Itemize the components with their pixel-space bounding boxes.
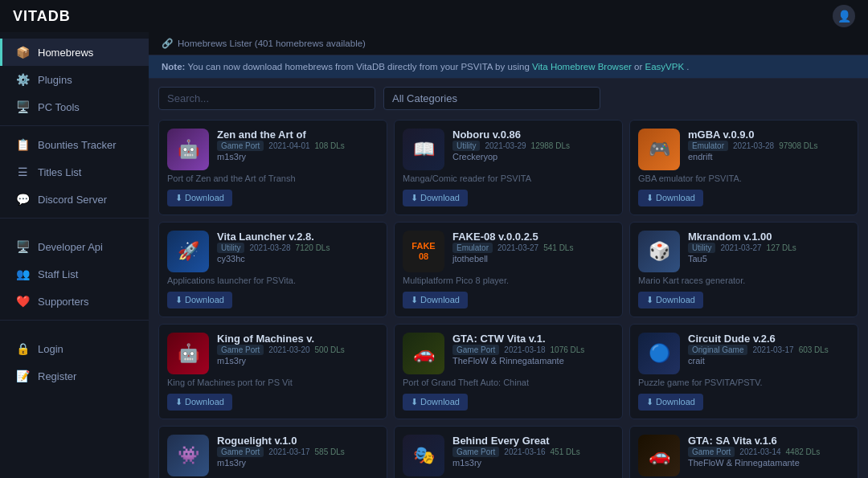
- card-5[interactable]: FAKE 08 FAKE-08 v.0.0.2.5 Emulator 2021-…: [394, 222, 623, 317]
- card-download-button[interactable]: ⬇ Download: [403, 292, 468, 308]
- card-category: Utility: [688, 243, 715, 253]
- top-bar-right: 👤: [833, 5, 855, 27]
- card-dls: 97908 DLs: [779, 141, 817, 150]
- card-author: Creckeryop: [452, 152, 614, 161]
- card-title: Circuit Dude v.2.6: [688, 333, 850, 345]
- card-info: Roguelight v.1.0 Game Port 2021-03-17 58…: [217, 435, 379, 468]
- sidebar-item-login[interactable]: 🔒 Login: [0, 335, 149, 362]
- card-author: m1s3ry: [217, 152, 379, 161]
- card-author: TheFloW & Rinnegatamante: [688, 458, 850, 468]
- vita-homebrew-browser-link[interactable]: Vita Homebrew Browser: [532, 62, 632, 71]
- card-info: Zen and the Art of Game Port 2021-04-01 …: [217, 129, 379, 161]
- card-3[interactable]: 🎮 mGBA v.0.9.0 Emulator 2021-03-28 97908…: [629, 120, 858, 215]
- search-input[interactable]: [158, 87, 375, 110]
- card-download-button[interactable]: ⬇ Download: [638, 292, 703, 308]
- content-header: All Categories: [149, 79, 868, 116]
- card-dls: 603 DLs: [799, 345, 829, 354]
- card-category: Game Port: [452, 447, 499, 457]
- sidebar: 📦 Homebrews ⚙️ Plugins 🖥️ PC Tools 📋 Bou…: [0, 32, 149, 478]
- sidebar-item-bounties[interactable]: 📋 Bounties Tracker: [0, 131, 149, 158]
- card-category: Original Game: [688, 345, 747, 355]
- card-info: FAKE-08 v.0.0.2.5 Emulator 2021-03-27 54…: [452, 231, 614, 264]
- card-download-button[interactable]: ⬇ Download: [403, 394, 468, 411]
- card-author: m1s3ry: [217, 458, 379, 468]
- sidebar-item-dev-api[interactable]: 🖥️ Developer Api: [0, 233, 149, 260]
- sidebar-item-homebrews[interactable]: 📦 Homebrews: [0, 39, 149, 66]
- card-download-button[interactable]: ⬇ Download: [167, 394, 232, 411]
- card-info: Mkrandom v.1.00 Utility 2021-03-27 127 D…: [688, 231, 850, 264]
- card-meta: Emulator 2021-03-28 97908 DLs: [688, 141, 850, 151]
- card-dls: 1076 DLs: [551, 345, 585, 354]
- card-desc: Manga/Comic reader for PSVITA: [403, 174, 614, 183]
- card-1[interactable]: 🤖 Zen and the Art of Game Port 2021-04-0…: [158, 120, 387, 215]
- category-select[interactable]: All Categories: [383, 87, 600, 110]
- card-date: 2021-04-01: [268, 141, 309, 150]
- card-download-button[interactable]: ⬇ Download: [638, 190, 703, 206]
- link-icon: 🔗: [162, 38, 173, 49]
- card-category: Emulator: [688, 141, 728, 151]
- card-10[interactable]: 👾 Roguelight v.1.0 Game Port 2021-03-17 …: [158, 426, 387, 478]
- card-download-button[interactable]: ⬇ Download: [167, 292, 232, 308]
- card-top: 🎮 mGBA v.0.9.0 Emulator 2021-03-28 97908…: [638, 129, 850, 170]
- card-download-button[interactable]: ⬇ Download: [167, 190, 232, 206]
- card-category: Emulator: [452, 243, 493, 253]
- card-date: 2021-03-20: [268, 345, 309, 354]
- card-date: 2021-03-28: [249, 243, 290, 252]
- card-title: Vita Launcher v.2.8.: [217, 231, 379, 243]
- card-author: m1s3ry: [217, 356, 379, 366]
- sidebar-item-pc-tools[interactable]: 🖥️ PC Tools: [0, 93, 149, 121]
- card-dls: 541 DLs: [543, 243, 573, 252]
- card-download-button[interactable]: ⬇ Download: [403, 190, 468, 206]
- sidebar-item-register[interactable]: 📝 Register: [0, 362, 149, 390]
- card-2[interactable]: 📖 Noboru v.0.86 Utility 2021-03-29 12988…: [394, 120, 623, 215]
- card-thumb: FAKE 08: [403, 231, 444, 272]
- cards-container: 🤖 Zen and the Art of Game Port 2021-04-0…: [149, 116, 868, 478]
- announce-text: Homebrews Lister (401 homebrews availabl…: [178, 39, 366, 48]
- card-download-button[interactable]: ⬇ Download: [638, 394, 703, 411]
- logo-vita: VITA: [13, 8, 48, 24]
- card-desc: Port of Grand Theft Auto: Chinat: [403, 378, 614, 387]
- user-icon[interactable]: 👤: [833, 5, 855, 27]
- card-author: Tau5: [688, 254, 850, 264]
- sidebar-item-supporters[interactable]: ❤️ Supporters: [0, 288, 149, 315]
- staff-icon: 👥: [15, 268, 30, 280]
- card-thumb: 🚗: [638, 435, 680, 476]
- sidebar-item-titles[interactable]: ☰ Titles List: [0, 158, 149, 186]
- card-4[interactable]: 🚀 Vita Launcher v.2.8. Utility 2021-03-2…: [158, 222, 387, 317]
- card-top: 🎭 Behind Every Great Game Port 2021-03-1…: [403, 435, 614, 476]
- card-dls: 585 DLs: [315, 447, 345, 456]
- discord-icon: 💬: [15, 193, 30, 206]
- card-8[interactable]: 🚗 GTA: CTW Vita v.1. Game Port 2021-03-1…: [394, 324, 623, 419]
- card-thumb: 👾: [167, 435, 209, 476]
- card-date: 2021-03-17: [268, 447, 309, 456]
- titles-icon: ☰: [15, 165, 30, 178]
- card-title: King of Machines v.: [217, 333, 379, 345]
- card-7[interactable]: 🤖 King of Machines v. Game Port 2021-03-…: [158, 324, 387, 419]
- card-dls: 7120 DLs: [296, 243, 330, 252]
- sidebar-item-staff[interactable]: 👥 Staff List: [0, 260, 149, 288]
- sidebar-item-plugins[interactable]: ⚙️ Plugins: [0, 66, 149, 93]
- note-text: You can now download homebrews from Vita…: [187, 62, 532, 71]
- card-meta: Original Game 2021-03-17 603 DLs: [688, 345, 850, 355]
- card-dls: 451 DLs: [551, 447, 580, 456]
- card-info: GTA: CTW Vita v.1. Game Port 2021-03-18 …: [452, 333, 614, 366]
- sidebar-item-discord[interactable]: 💬 Discord Server: [0, 186, 149, 213]
- sidebar-divider-3: [0, 320, 149, 321]
- card-info: Behind Every Great Game Port 2021-03-16 …: [452, 435, 614, 468]
- card-desc: King of Machines port for PS Vit: [167, 378, 379, 387]
- card-11[interactable]: 🎭 Behind Every Great Game Port 2021-03-1…: [394, 426, 623, 478]
- main-layout: 📦 Homebrews ⚙️ Plugins 🖥️ PC Tools 📋 Bou…: [0, 32, 868, 478]
- sidebar-item-label: Discord Server: [38, 194, 107, 206]
- easyvpk-link[interactable]: EasyVPK: [645, 62, 685, 71]
- card-12[interactable]: 🚗 GTA: SA Vita v.1.6 Game Port 2021-03-1…: [629, 426, 858, 478]
- card-top: 🚀 Vita Launcher v.2.8. Utility 2021-03-2…: [167, 231, 379, 272]
- card-title: mGBA v.0.9.0: [688, 129, 850, 141]
- bounties-icon: 📋: [15, 138, 30, 151]
- card-9[interactable]: 🔵 Circuit Dude v.2.6 Original Game 2021-…: [629, 324, 858, 419]
- card-thumb: 🎭: [403, 435, 444, 476]
- sidebar-item-label: Login: [38, 343, 63, 355]
- card-meta: Utility 2021-03-29 12988 DLs: [452, 141, 614, 151]
- card-author: crait: [688, 356, 850, 366]
- card-meta: Emulator 2021-03-27 541 DLs: [452, 243, 614, 253]
- card-6[interactable]: 🎲 Mkrandom v.1.00 Utility 2021-03-27 127…: [629, 222, 858, 317]
